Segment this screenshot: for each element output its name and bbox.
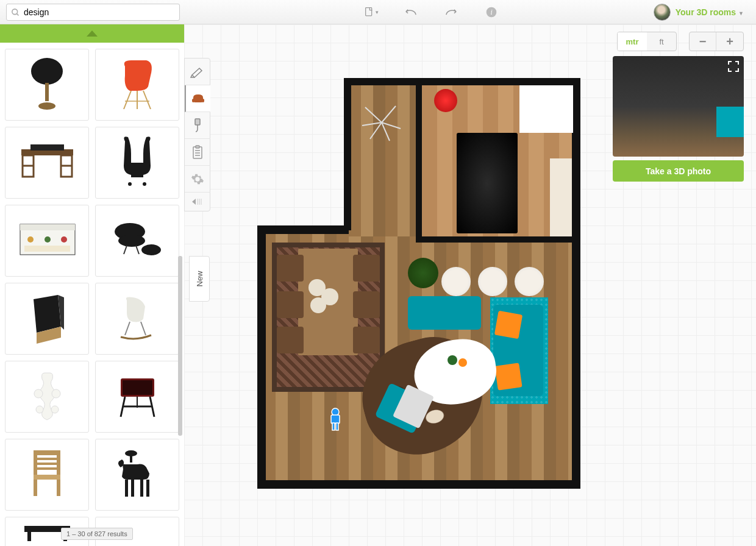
svg-marker-33 [34, 295, 61, 333]
svg-point-6 [31, 58, 63, 85]
dining-chair[interactable] [353, 291, 380, 318]
svg-rect-60 [146, 480, 149, 497]
svg-rect-76 [195, 119, 200, 125]
panel-collapse-bar[interactable] [0, 24, 184, 43]
catalog-item-wingback-chair[interactable] [95, 127, 179, 199]
user-menu-label: Your 3D rooms▼ [676, 7, 744, 17]
catalog-item-rocking-chair[interactable] [95, 283, 179, 355]
svg-marker-82 [192, 199, 196, 205]
chevron-up-icon [87, 30, 98, 37]
catalog-item-painted-chest[interactable] [5, 205, 89, 277]
wall [344, 78, 351, 230]
svg-rect-2 [366, 7, 372, 15]
svg-rect-52 [36, 458, 58, 460]
info-icon[interactable]: i [483, 5, 499, 19]
svg-rect-75 [202, 99, 204, 102]
settings-tool-btn[interactable] [185, 166, 210, 193]
svg-line-64 [365, 107, 382, 122]
dining-chair[interactable] [277, 327, 304, 353]
unit-metric-btn[interactable]: mtr [618, 32, 647, 51]
svg-rect-50 [57, 450, 60, 496]
unit-imperial-btn[interactable]: ft [647, 32, 676, 51]
pillow[interactable] [494, 311, 522, 339]
dining-chair[interactable] [353, 255, 380, 282]
plant[interactable] [408, 258, 438, 288]
kitchen-island[interactable] [457, 133, 518, 233]
svg-rect-27 [24, 246, 70, 252]
svg-point-20 [128, 182, 132, 186]
svg-point-25 [45, 236, 51, 243]
svg-marker-5 [87, 30, 98, 37]
catalog-scrollbar[interactable] [178, 256, 182, 436]
svg-point-70 [332, 408, 339, 416]
zoom-in-btn[interactable]: + [716, 32, 743, 51]
svg-rect-19 [131, 174, 143, 177]
svg-rect-53 [36, 463, 58, 465]
document-dropdown-icon[interactable]: ▾ [363, 5, 379, 19]
svg-rect-73 [336, 423, 338, 430]
clipboard-tool-btn[interactable] [185, 139, 210, 166]
svg-rect-59 [140, 480, 143, 497]
person-marker[interactable] [326, 407, 345, 431]
svg-rect-54 [36, 467, 58, 470]
svg-point-30 [141, 244, 161, 255]
catalog-item-writing-desk[interactable] [5, 127, 89, 199]
catalog-item-vase[interactable] [5, 361, 89, 433]
paint-tool-btn[interactable] [185, 112, 210, 139]
pouf[interactable] [515, 267, 544, 296]
expand-icon[interactable] [727, 60, 740, 73]
pillow[interactable] [494, 363, 522, 390]
undo-icon[interactable] [403, 5, 419, 19]
preview-3d[interactable] [613, 56, 744, 157]
wall [257, 225, 349, 234]
svg-line-66 [370, 122, 382, 139]
catalog-item-lounge-ottoman[interactable] [95, 205, 179, 277]
pouf[interactable] [441, 267, 471, 296]
floorplan [252, 78, 579, 492]
pouf[interactable] [478, 267, 507, 296]
red-stool[interactable] [434, 89, 457, 112]
new-tab[interactable]: New [189, 256, 210, 302]
svg-point-21 [143, 182, 146, 186]
svg-point-0 [12, 9, 18, 14]
plate[interactable] [310, 297, 326, 313]
svg-rect-58 [131, 480, 134, 497]
user-menu[interactable]: Your 3D rooms▼ [654, 4, 744, 21]
furniture-tool-btn[interactable] [185, 85, 210, 112]
dining-chair[interactable] [277, 291, 304, 318]
svg-line-31 [124, 246, 127, 254]
draw-tool-btn[interactable] [185, 58, 210, 85]
decor[interactable] [458, 358, 467, 367]
catalog-item-table-lamp[interactable] [5, 49, 89, 121]
zoom-out-btn[interactable]: − [690, 32, 716, 51]
zoom-controls: − + [689, 32, 744, 51]
kitchen-counter[interactable] [519, 85, 573, 133]
chandelier[interactable] [359, 101, 405, 144]
dining-chair[interactable] [353, 327, 380, 353]
svg-rect-71 [331, 415, 340, 424]
svg-rect-56 [130, 455, 132, 463]
catalog-item-horse-lamp[interactable] [95, 439, 179, 511]
catalog-item-tray-table[interactable] [95, 361, 179, 433]
wall [344, 78, 580, 85]
kitchen-cabinet[interactable] [550, 158, 572, 236]
toolstrip-collapse[interactable] [185, 193, 210, 211]
redo-icon[interactable] [443, 5, 459, 19]
wall [416, 78, 422, 241]
search-icon [11, 8, 20, 17]
catalog-item-eames-chair[interactable] [95, 49, 179, 121]
take-3d-photo-button[interactable]: Take a 3D photo [613, 160, 744, 182]
sofa-back[interactable] [408, 296, 481, 330]
svg-line-65 [362, 122, 382, 126]
catalog-item-armchair-wood[interactable] [5, 439, 89, 511]
catalog-item-cabinet[interactable] [5, 283, 89, 355]
results-tooltip: 1 – 30 of 827 results [61, 528, 133, 540]
svg-line-69 [382, 106, 396, 122]
dining-chair[interactable] [277, 255, 304, 282]
svg-rect-43 [123, 380, 152, 395]
svg-text:i: i [490, 9, 492, 16]
decor[interactable] [448, 355, 457, 365]
top-icon-group: ▾ i [363, 5, 499, 19]
svg-point-38 [34, 389, 43, 398]
search-input[interactable] [6, 4, 180, 21]
